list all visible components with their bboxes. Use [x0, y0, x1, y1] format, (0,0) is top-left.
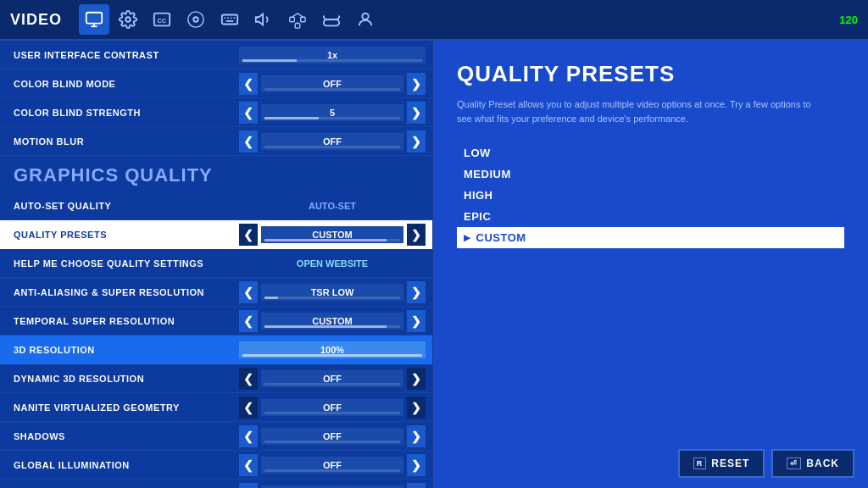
section-title: VIDEO	[10, 11, 62, 29]
shadows-next-btn[interactable]: ❯	[407, 425, 426, 447]
global-illumination-value: OFF	[261, 457, 403, 474]
reflections-value: OFF	[261, 485, 403, 489]
nav-left: VIDEO CC	[10, 4, 381, 35]
color-blind-strength-prev-btn[interactable]: ❮	[239, 102, 258, 124]
reflections-control: ❮ OFF ❯	[239, 483, 426, 489]
preset-low[interactable]: LOW	[457, 142, 844, 164]
nanite-row[interactable]: NANITE VIRTUALIZED GEOMETRY ❮ OFF ❯	[0, 393, 432, 422]
temporal-super-resolution-next-btn[interactable]: ❯	[407, 310, 426, 332]
user-interface-contrast-label: USER INTERFACE CONTRAST	[14, 50, 159, 60]
nav-accessibility-icon[interactable]: CC	[147, 4, 177, 35]
nav-keyboard-icon[interactable]	[214, 4, 245, 35]
motion-blur-next-btn[interactable]: ❯	[407, 130, 426, 152]
shadows-prev-btn[interactable]: ❮	[239, 425, 258, 447]
global-illumination-row[interactable]: GLOBAL ILLUMINATION ❮ OFF ❯	[0, 451, 432, 480]
quality-presets-control: ❮ CUSTOM ❯	[239, 224, 426, 246]
nav-gamepad-icon[interactable]	[316, 4, 347, 35]
graphics-quality-header: GRAPHICS QUALITY	[0, 156, 432, 191]
temporal-super-resolution-value: CUSTOM	[261, 313, 403, 330]
svg-line-17	[292, 14, 298, 18]
left-settings-panel: USER INTERFACE CONTRAST 1x COLOR BLIND M…	[0, 41, 432, 488]
anti-aliasing-value: TSR LOW	[261, 284, 403, 301]
nav-audio-icon[interactable]	[248, 4, 279, 35]
back-label: BACK	[806, 458, 839, 469]
dynamic-3d-resolution-control: ❮ OFF ❯	[239, 368, 426, 390]
dynamic-3d-resolution-next-btn[interactable]: ❯	[407, 368, 426, 390]
preset-selected-arrow: ▶	[464, 233, 471, 242]
nav-controller-icon[interactable]	[181, 4, 211, 35]
anti-aliasing-row[interactable]: ANTI-ALIASING & SUPER RESOLUTION ❮ TSR L…	[0, 278, 432, 307]
color-blind-mode-next-btn[interactable]: ❯	[407, 73, 426, 95]
svg-rect-16	[301, 17, 306, 22]
color-blind-strength-control: ❮ 5 ❯	[239, 102, 426, 124]
3d-resolution-row[interactable]: 3D RESOLUTION 100%	[0, 336, 432, 364]
svg-rect-15	[290, 17, 295, 22]
auto-set-quality-row[interactable]: AUTO-SET QUALITY AUTO-SET	[0, 191, 432, 220]
nanite-prev-btn[interactable]: ❮	[239, 396, 258, 419]
motion-blur-prev-btn[interactable]: ❮	[239, 130, 258, 152]
nav-settings-icon[interactable]	[113, 4, 143, 35]
svg-rect-0	[86, 13, 102, 24]
anti-aliasing-prev-btn[interactable]: ❮	[239, 281, 258, 303]
svg-marker-13	[256, 14, 263, 25]
global-illumination-label: GLOBAL ILLUMINATION	[14, 460, 130, 470]
temporal-super-resolution-label: TEMPORAL SUPER RESOLUTION	[14, 316, 175, 326]
reflections-prev-btn[interactable]: ❮	[239, 483, 258, 489]
color-blind-strength-row[interactable]: COLOR BLIND STRENGTH ❮ 5 ❯	[0, 98, 432, 127]
svg-text:CC: CC	[158, 17, 167, 25]
preset-high[interactable]: HIGH	[457, 185, 844, 206]
help-choose-row[interactable]: HELP ME CHOOSE QUALITY SETTINGS OPEN WEB…	[0, 249, 432, 278]
preset-epic[interactable]: EPIC	[457, 206, 844, 227]
motion-blur-label: MOTION BLUR	[14, 136, 84, 147]
svg-point-3	[125, 17, 131, 22]
reflections-row[interactable]: REFLECTIONS ❮ OFF ❯	[0, 480, 432, 488]
dynamic-3d-resolution-value: OFF	[261, 370, 403, 387]
quality-presets-next-btn[interactable]: ❯	[407, 224, 426, 246]
dynamic-3d-resolution-row[interactable]: DYNAMIC 3D RESOLUTION ❮ OFF ❯	[0, 364, 432, 393]
back-button[interactable]: ⏎ BACK	[771, 449, 854, 478]
color-blind-strength-value: 5	[261, 104, 403, 121]
dynamic-3d-resolution-prev-btn[interactable]: ❮	[239, 368, 258, 390]
nav-video-icon[interactable]	[79, 4, 109, 35]
motion-blur-control: ❮ OFF ❯	[239, 130, 426, 152]
reset-button[interactable]: R RESET	[678, 449, 765, 478]
motion-blur-value: OFF	[261, 133, 403, 150]
color-blind-mode-value: OFF	[261, 75, 403, 92]
3d-resolution-control: 100%	[239, 341, 426, 358]
shadows-control: ❮ OFF ❯	[239, 425, 426, 447]
nanite-label: NANITE VIRTUALIZED GEOMETRY	[14, 402, 180, 413]
temporal-super-resolution-prev-btn[interactable]: ❮	[239, 310, 258, 332]
preset-medium[interactable]: MEDIUM	[457, 164, 844, 185]
shadows-row[interactable]: SHADOWS ❮ OFF ❯	[0, 422, 432, 451]
anti-aliasing-next-btn[interactable]: ❯	[407, 281, 426, 303]
help-choose-control: OPEN WEBSITE	[239, 255, 426, 272]
reflections-next-btn[interactable]: ❯	[407, 483, 426, 489]
quality-presets-title: QUALITY PRESETS	[457, 61, 844, 87]
global-illumination-next-btn[interactable]: ❯	[407, 454, 426, 476]
help-choose-label: HELP ME CHOOSE QUALITY SETTINGS	[14, 258, 203, 269]
anti-aliasing-label: ANTI-ALIASING & SUPER RESOLUTION	[14, 287, 204, 297]
color-blind-mode-label: COLOR BLIND MODE	[14, 79, 115, 89]
color-blind-strength-label: COLOR BLIND STRENGTH	[14, 108, 141, 118]
color-blind-strength-next-btn[interactable]: ❯	[407, 102, 426, 124]
nav-network-icon[interactable]	[282, 4, 313, 35]
global-illumination-prev-btn[interactable]: ❮	[239, 454, 258, 476]
svg-rect-7	[222, 15, 237, 25]
back-key-icon: ⏎	[787, 458, 801, 469]
quality-presets-row[interactable]: QUALITY PRESETS ❮ CUSTOM ❯	[0, 220, 432, 249]
auto-set-quality-control: AUTO-SET	[239, 197, 426, 214]
svg-rect-14	[295, 24, 300, 29]
temporal-super-resolution-control: ❮ CUSTOM ❯	[239, 310, 426, 332]
motion-blur-row[interactable]: MOTION BLUR ❮ OFF ❯	[0, 127, 432, 156]
nanite-next-btn[interactable]: ❯	[407, 396, 426, 419]
nav-account-icon[interactable]	[350, 4, 381, 35]
preset-custom[interactable]: ▶ CUSTOM	[457, 227, 844, 248]
temporal-super-resolution-row[interactable]: TEMPORAL SUPER RESOLUTION ❮ CUSTOM ❯	[0, 307, 432, 336]
color-blind-mode-prev-btn[interactable]: ❮	[239, 73, 258, 95]
color-blind-mode-row[interactable]: COLOR BLIND MODE ❮ OFF ❯	[0, 69, 432, 98]
quality-presets-prev-btn[interactable]: ❮	[239, 224, 258, 246]
user-interface-contrast-row[interactable]: USER INTERFACE CONTRAST 1x	[0, 41, 432, 69]
right-panel: QUALITY PRESETS Quality Preset allows yo…	[433, 41, 868, 488]
svg-point-20	[362, 14, 368, 19]
preset-custom-label: CUSTOM	[476, 231, 526, 244]
